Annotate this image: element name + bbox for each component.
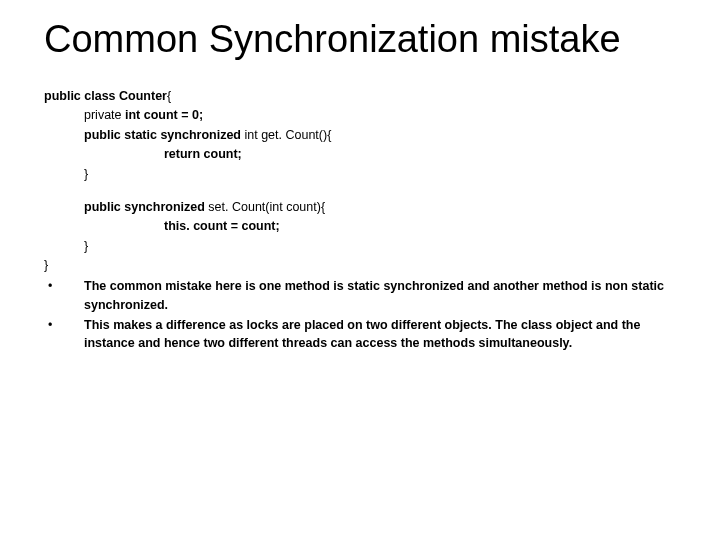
code-line: public class Counter{: [44, 87, 676, 106]
code-text: public static synchronized: [84, 128, 244, 142]
code-text: return count;: [164, 147, 242, 161]
code-line: }: [44, 256, 676, 275]
code-text: this. count = count;: [164, 219, 280, 233]
code-line: return count;: [44, 145, 676, 164]
blank-line: [44, 184, 676, 198]
code-text: {: [167, 89, 171, 103]
slide-title: Common Synchronization mistake: [44, 18, 676, 61]
code-line: public static synchronized int get. Coun…: [44, 126, 676, 145]
code-line: }: [44, 237, 676, 256]
code-text: }: [84, 167, 88, 181]
bullet-text: This makes a difference as locks are pla…: [84, 316, 676, 352]
code-text: int get. Count(){: [244, 128, 331, 142]
code-text: }: [84, 239, 88, 253]
code-text: private: [84, 108, 125, 122]
list-item: • The common mistake here is one method …: [44, 277, 676, 313]
bullet-icon: •: [44, 316, 84, 352]
code-text: public synchronized: [84, 200, 208, 214]
code-text: }: [44, 258, 48, 272]
code-text: int count = 0;: [125, 108, 203, 122]
code-text: set. Count(int count){: [208, 200, 325, 214]
code-line: this. count = count;: [44, 217, 676, 236]
slide: Common Synchronization mistake public cl…: [0, 0, 720, 540]
code-line: }: [44, 165, 676, 184]
code-line: private int count = 0;: [44, 106, 676, 125]
bullet-icon: •: [44, 277, 84, 313]
code-block: public class Counter{ private int count …: [44, 87, 676, 275]
code-line: public synchronized set. Count(int count…: [44, 198, 676, 217]
code-text: public class Counter: [44, 89, 167, 103]
bullet-list: • The common mistake here is one method …: [44, 277, 676, 352]
bullet-text: The common mistake here is one method is…: [84, 277, 676, 313]
list-item: • This makes a difference as locks are p…: [44, 316, 676, 352]
